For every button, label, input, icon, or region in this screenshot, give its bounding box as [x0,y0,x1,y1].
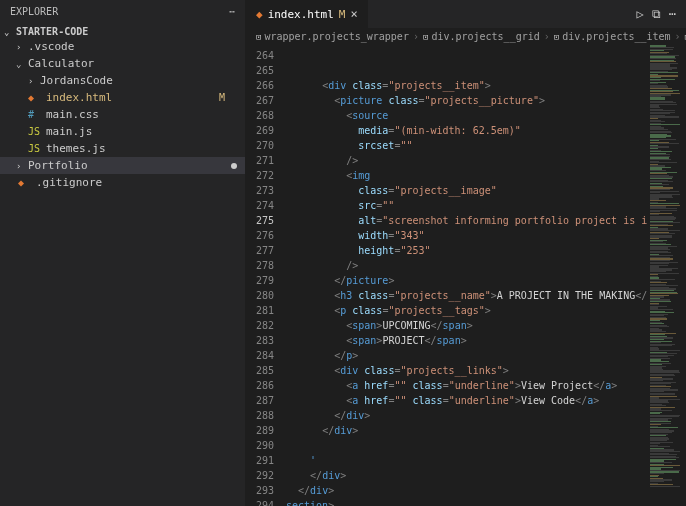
code-content[interactable]: <div class="projects__item"> <picture cl… [286,45,648,506]
breadcrumb[interactable]: ⊡wrapper.projects_wrapper › ⊡div.project… [246,28,686,45]
chevron-right-icon: › [16,42,28,52]
split-icon[interactable]: ⧉ [652,7,661,21]
brackets-icon: ⊡ [554,32,559,42]
file-main-css[interactable]: # main.css [0,106,245,123]
html-icon: ◆ [256,8,263,21]
minimap[interactable] [648,45,686,506]
more-icon[interactable]: ⋯ [229,6,235,17]
tab-index-html[interactable]: ◆ index.html M × [246,0,369,28]
chevron-right-icon: › [675,31,681,42]
tab-bar: ◆ index.html M × ▷ ⧉ ⋯ [246,0,686,28]
folder-jordanscode[interactable]: › JordansCode [0,72,245,89]
brackets-icon: ⊡ [256,32,261,42]
css-icon: # [28,109,42,120]
file-main-js[interactable]: JS main.js [0,123,245,140]
js-icon: JS [28,143,42,154]
more-icon[interactable]: ⋯ [669,7,676,21]
file-gitignore[interactable]: ◆ .gitignore [0,174,245,191]
run-icon[interactable]: ▷ [637,7,644,21]
modified-indicator: M [339,8,346,21]
js-icon: JS [28,126,42,137]
folder-vscode[interactable]: › .vscode [0,38,245,55]
git-icon: ◆ [18,177,32,188]
modified-badge: M [219,92,225,103]
close-icon[interactable]: × [350,7,357,21]
workspace-root[interactable]: ⌄ STARTER-CODE [0,25,245,38]
file-themes-js[interactable]: JS themes.js [0,140,245,157]
chevron-right-icon: › [16,161,28,171]
chevron-down-icon: ⌄ [4,27,16,37]
explorer-title: EXPLORER [10,6,58,17]
code-editor[interactable]: 2642652662672682692702712722732742752762… [246,45,686,506]
dot-indicator [231,163,237,169]
folder-portfolio[interactable]: › Portfolio [0,157,245,174]
chevron-right-icon: › [28,76,40,86]
html-icon: ◆ [28,92,42,103]
explorer-sidebar: EXPLORER ⋯ ⌄ STARTER-CODE › .vscode ⌄ Ca… [0,0,246,506]
line-gutter: 2642652662672682692702712722732742752762… [246,45,286,506]
brackets-icon: ⊡ [423,32,428,42]
chevron-right-icon: › [413,31,419,42]
chevron-right-icon: › [544,31,550,42]
folder-calculator[interactable]: ⌄ Calculator [0,55,245,72]
file-index-html[interactable]: ◆ index.html M [0,89,245,106]
chevron-down-icon: ⌄ [16,59,28,69]
